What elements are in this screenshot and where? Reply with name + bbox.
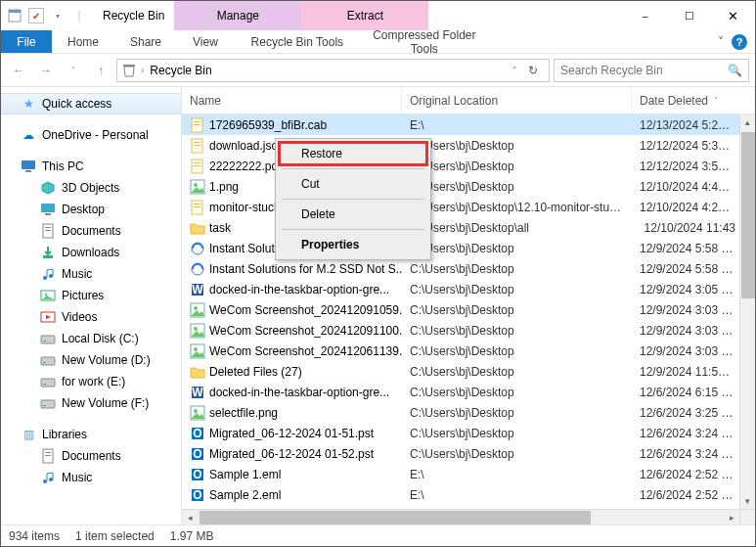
file-name: Deleted Files (27): [209, 365, 302, 379]
file-location: C:\Users\bj\Desktop: [402, 427, 632, 440]
scroll-thumb[interactable]: [200, 511, 591, 524]
up-button[interactable]: ↑: [89, 59, 112, 82]
recycle-bin-icon: [121, 63, 137, 78]
close-button[interactable]: ✕: [711, 1, 755, 30]
file-row[interactable]: Instant Solutions for M.2 SSD Not S...C:…: [182, 258, 755, 279]
context-menu: Restore Cut Delete Properties: [275, 138, 431, 260]
svg-rect-24: [41, 400, 55, 408]
menu-restore[interactable]: Restore: [278, 141, 428, 166]
sidebar-item[interactable]: New Volume (D:): [1, 349, 181, 371]
file-row[interactable]: Wdocked-in-the-taskbar-option-gre...C:\U…: [182, 382, 755, 402]
sidebar-item-label: Local Disk (C:): [62, 332, 139, 345]
tools-tab-2[interactable]: Compressed Folder Tools: [361, 30, 488, 53]
file-row[interactable]: taskC:\Users\bj\Desktop\all12/10/2024 11…: [182, 217, 755, 238]
file-location: C:\Users\bj\Desktop: [402, 242, 632, 255]
sidebar-this-pc[interactable]: This PC: [1, 156, 181, 177]
maximize-button[interactable]: ☐: [667, 1, 711, 30]
breadcrumb[interactable]: Recycle Bin: [148, 64, 213, 77]
file-icon: W: [190, 385, 205, 400]
sidebar-item[interactable]: Music: [1, 263, 181, 285]
menu-delete[interactable]: Delete: [278, 202, 428, 227]
help-icon[interactable]: ?: [732, 34, 747, 50]
file-row[interactable]: Wdocked-in-the-taskbar-option-gre...C:\U…: [182, 279, 755, 299]
menu-cut[interactable]: Cut: [278, 171, 428, 197]
home-tab[interactable]: Home: [52, 30, 114, 53]
qat-file-icon[interactable]: [7, 8, 22, 23]
sidebar-item[interactable]: Videos: [1, 306, 181, 328]
file-row[interactable]: monitor-stuckC:\Users\bj\Desktop\12.10-m…: [182, 197, 755, 217]
back-button[interactable]: ←: [7, 59, 30, 82]
sidebar-item[interactable]: Documents: [1, 445, 181, 467]
file-icon: O: [190, 487, 205, 503]
ribbon-collapse-icon[interactable]: ˅: [718, 35, 724, 49]
minimize-button[interactable]: –: [623, 1, 667, 30]
horizontal-scrollbar[interactable]: ◂▸: [182, 509, 739, 524]
sidebar-item[interactable]: 3D Objects: [1, 177, 181, 199]
tools-tab-1[interactable]: Recycle Bin Tools: [234, 30, 361, 53]
vertical-scrollbar[interactable]: ▴▾: [739, 114, 755, 509]
file-row[interactable]: OSample 1.emlE:\12/6/2024 2:52 PM: [182, 464, 755, 484]
file-row[interactable]: WeCom Screenshot_202412091059...C:\Users…: [182, 299, 755, 320]
sidebar-item[interactable]: Local Disk (C:): [1, 328, 181, 349]
item-icon: [40, 288, 56, 303]
sidebar-libraries[interactable]: ▥ Libraries: [1, 424, 181, 445]
svg-text:O: O: [193, 468, 201, 481]
context-tab-manage[interactable]: Manage: [174, 1, 301, 30]
qat-overflow[interactable]: ▾: [50, 8, 66, 23]
file-tab[interactable]: File: [1, 30, 52, 53]
sidebar-quick-access[interactable]: ★ Quick access: [1, 93, 181, 114]
qat-check-icon[interactable]: ✔: [28, 8, 44, 23]
search-box[interactable]: Search Recycle Bin 🔍: [554, 59, 749, 82]
sidebar-item-label: Music: [62, 267, 92, 281]
view-tab[interactable]: View: [177, 30, 234, 53]
svg-marker-5: [42, 182, 54, 194]
file-list-pane: Name Original Location Date Deleted˅ 172…: [182, 87, 755, 524]
sidebar-item[interactable]: for work (E:): [1, 371, 181, 392]
svg-rect-3: [22, 160, 35, 169]
file-rows[interactable]: 1726965939_bfiBr.cabE:\12/13/2024 5:28 P…: [182, 114, 755, 524]
share-tab[interactable]: Share: [114, 30, 177, 53]
file-row[interactable]: 1.pngC:\Users\bj\Desktop12/10/2024 4:41 …: [182, 176, 755, 197]
file-row[interactable]: OMigrated_06-12-2024 01-51.pstC:\Users\b…: [182, 423, 755, 443]
forward-button[interactable]: →: [34, 59, 58, 82]
file-location: C:\Users\bj\Desktop: [402, 386, 632, 399]
col-date[interactable]: Date Deleted˅: [632, 87, 755, 114]
column-headers: Name Original Location Date Deleted˅: [182, 87, 755, 114]
sidebar-item[interactable]: Documents: [1, 220, 181, 242]
sidebar-item[interactable]: Downloads: [1, 242, 181, 263]
file-row[interactable]: OSample 2.emlE:\12/6/2024 2:52 PM: [182, 484, 755, 505]
file-name: Migrated_06-12-2024 01-51.pst: [209, 427, 374, 440]
file-row[interactable]: WeCom Screenshot_202412091100...C:\Users…: [182, 320, 755, 341]
file-date: 12/6/2024 2:52 PM: [632, 488, 755, 502]
sidebar-item[interactable]: Pictures: [1, 285, 181, 306]
file-row[interactable]: Deleted Files (27)C:\Users\bj\Desktop12/…: [182, 361, 755, 382]
sidebar-item[interactable]: New Volume (F:): [1, 392, 181, 414]
crumb-sep[interactable]: ›: [141, 65, 144, 75]
file-row[interactable]: download.jsonC:\Users\bj\Desktop12/12/20…: [182, 135, 755, 156]
refresh-button[interactable]: ↻: [521, 64, 545, 77]
sidebar-item[interactable]: Music: [1, 467, 181, 488]
addr-dropdown-icon[interactable]: ˅: [512, 66, 517, 75]
file-row[interactable]: WeCom Screenshot_202412061139...C:\Users…: [182, 341, 755, 361]
item-icon: [40, 395, 56, 411]
svg-rect-22: [41, 379, 55, 387]
file-row[interactable]: 1726965939_bfiBr.cabE:\12/13/2024 5:28 P…: [182, 114, 755, 135]
context-tab-extract[interactable]: Extract: [301, 1, 428, 30]
navigation-pane[interactable]: ★ Quick access ☁ OneDrive - Personal Thi…: [1, 87, 182, 524]
menu-properties[interactable]: Properties: [278, 232, 428, 257]
scroll-thumb[interactable]: [741, 132, 755, 298]
sidebar-item[interactable]: Desktop: [1, 199, 181, 220]
recent-dropdown[interactable]: ˅: [62, 59, 85, 82]
status-count: 934 items: [9, 529, 60, 543]
file-row[interactable]: 22222222.pdfC:\Users\bj\Desktop12/12/202…: [182, 156, 755, 176]
libraries-icon: ▥: [21, 427, 36, 442]
col-name[interactable]: Name: [182, 87, 402, 114]
sidebar-onedrive[interactable]: ☁ OneDrive - Personal: [1, 124, 181, 146]
file-row[interactable]: selectfile.pngC:\Users\bj\Desktop12/6/20…: [182, 402, 755, 423]
address-bar[interactable]: › Recycle Bin ˅ ↻: [116, 59, 550, 82]
file-row[interactable]: OMigrated_06-12-2024 01-52.pstC:\Users\b…: [182, 443, 755, 464]
item-icon: [40, 352, 56, 368]
col-location[interactable]: Original Location: [402, 87, 632, 114]
file-row[interactable]: Instant Solutions for M.2 SSD Not S...C:…: [182, 238, 755, 258]
search-icon[interactable]: 🔍: [728, 64, 742, 77]
